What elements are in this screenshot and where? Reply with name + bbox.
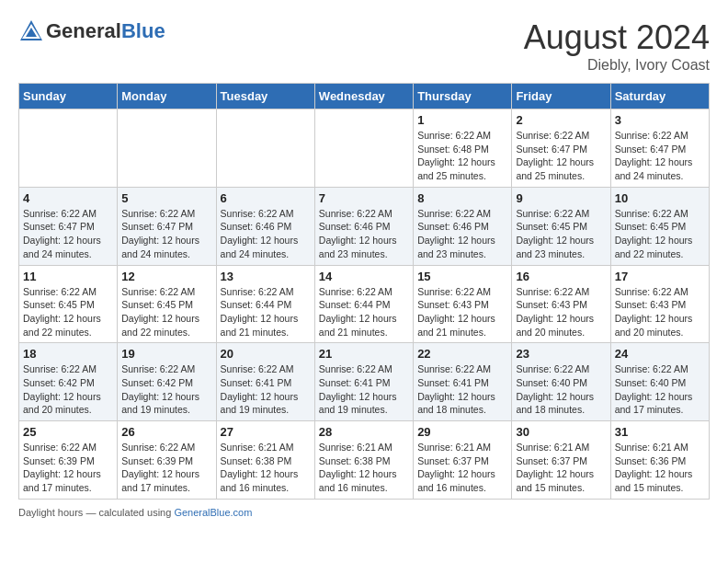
day-info: Sunrise: 6:22 AM Sunset: 6:40 PM Dayligh…: [615, 362, 705, 417]
calendar-day-header: Sunday: [19, 84, 118, 109]
calendar-cell: 21Sunrise: 6:22 AM Sunset: 6:41 PM Dayli…: [314, 343, 413, 421]
calendar-week-row: 25Sunrise: 6:22 AM Sunset: 6:39 PM Dayli…: [19, 421, 710, 500]
day-number: 27: [221, 425, 311, 439]
calendar-cell: 4Sunrise: 6:22 AM Sunset: 6:47 PM Daylig…: [19, 187, 118, 265]
day-info: Sunrise: 6:21 AM Sunset: 6:37 PM Dayligh…: [516, 441, 606, 495]
day-info: Sunrise: 6:22 AM Sunset: 6:41 PM Dayligh…: [319, 362, 409, 417]
day-info: Sunrise: 6:22 AM Sunset: 6:47 PM Dayligh…: [121, 207, 211, 261]
calendar-day-header: Wednesday: [314, 84, 413, 109]
day-number: 7: [319, 191, 409, 205]
day-number: 28: [319, 425, 409, 439]
day-info: Sunrise: 6:22 AM Sunset: 6:39 PM Dayligh…: [121, 441, 211, 495]
calendar-cell: 16Sunrise: 6:22 AM Sunset: 6:43 PM Dayli…: [512, 265, 610, 343]
day-info: Sunrise: 6:22 AM Sunset: 6:46 PM Dayligh…: [319, 207, 409, 261]
calendar-day-header: Saturday: [610, 84, 709, 109]
day-info: Sunrise: 6:22 AM Sunset: 6:42 PM Dayligh…: [23, 362, 113, 417]
calendar-cell: [118, 109, 216, 188]
calendar-cell: 29Sunrise: 6:21 AM Sunset: 6:37 PM Dayli…: [414, 421, 512, 500]
day-number: 4: [23, 191, 113, 205]
calendar-day-header: Monday: [118, 84, 216, 109]
day-info: Sunrise: 6:22 AM Sunset: 6:43 PM Dayligh…: [516, 285, 606, 339]
calendar-cell: 8Sunrise: 6:22 AM Sunset: 6:46 PM Daylig…: [414, 187, 512, 265]
day-info: Sunrise: 6:22 AM Sunset: 6:42 PM Dayligh…: [121, 362, 211, 417]
day-info: Sunrise: 6:22 AM Sunset: 6:43 PM Dayligh…: [615, 285, 705, 339]
day-number: 13: [221, 270, 311, 283]
day-info: Sunrise: 6:22 AM Sunset: 6:47 PM Dayligh…: [23, 207, 113, 261]
logo-blue-text: Blue: [121, 19, 165, 43]
calendar-cell: 26Sunrise: 6:22 AM Sunset: 6:39 PM Dayli…: [118, 421, 216, 500]
day-info: Sunrise: 6:22 AM Sunset: 6:45 PM Dayligh…: [615, 207, 705, 261]
calendar-cell: 25Sunrise: 6:22 AM Sunset: 6:39 PM Dayli…: [19, 421, 118, 500]
calendar-week-row: 18Sunrise: 6:22 AM Sunset: 6:42 PM Dayli…: [19, 343, 710, 421]
day-info: Sunrise: 6:22 AM Sunset: 6:45 PM Dayligh…: [23, 285, 113, 339]
calendar-cell: 7Sunrise: 6:22 AM Sunset: 6:46 PM Daylig…: [314, 187, 413, 265]
day-number: 1: [417, 113, 507, 127]
day-info: Sunrise: 6:22 AM Sunset: 6:47 PM Dayligh…: [615, 129, 705, 183]
calendar-cell: 22Sunrise: 6:22 AM Sunset: 6:41 PM Dayli…: [414, 343, 512, 421]
day-number: 15: [417, 270, 507, 283]
day-info: Sunrise: 6:22 AM Sunset: 6:46 PM Dayligh…: [221, 207, 311, 261]
calendar-cell: 17Sunrise: 6:22 AM Sunset: 6:43 PM Dayli…: [610, 265, 709, 343]
calendar-cell: 28Sunrise: 6:21 AM Sunset: 6:38 PM Dayli…: [314, 421, 413, 500]
calendar-cell: 20Sunrise: 6:22 AM Sunset: 6:41 PM Dayli…: [216, 343, 314, 421]
day-info: Sunrise: 6:22 AM Sunset: 6:48 PM Dayligh…: [417, 129, 507, 183]
logo-general-text: General: [46, 19, 121, 43]
day-info: Sunrise: 6:22 AM Sunset: 6:44 PM Dayligh…: [319, 285, 409, 339]
calendar-header-row: SundayMondayTuesdayWednesdayThursdayFrid…: [19, 84, 710, 109]
calendar-cell: [216, 109, 314, 188]
day-number: 9: [516, 191, 606, 205]
calendar-cell: 11Sunrise: 6:22 AM Sunset: 6:45 PM Dayli…: [19, 265, 118, 343]
daylight-label: Daylight hours: [18, 507, 83, 518]
day-number: 20: [221, 347, 311, 361]
calendar-cell: 1Sunrise: 6:22 AM Sunset: 6:48 PM Daylig…: [414, 109, 512, 188]
logo-icon: [18, 18, 44, 44]
day-info: Sunrise: 6:21 AM Sunset: 6:38 PM Dayligh…: [319, 441, 409, 495]
day-info: Sunrise: 6:22 AM Sunset: 6:40 PM Dayligh…: [516, 362, 606, 417]
calendar-cell: 13Sunrise: 6:22 AM Sunset: 6:44 PM Dayli…: [216, 265, 314, 343]
day-info: Sunrise: 6:22 AM Sunset: 6:39 PM Dayligh…: [23, 441, 113, 495]
day-number: 18: [23, 347, 113, 361]
calendar-cell: 30Sunrise: 6:21 AM Sunset: 6:37 PM Dayli…: [512, 421, 610, 500]
day-number: 23: [516, 347, 606, 361]
website-link[interactable]: GeneralBlue.com: [174, 507, 252, 518]
calendar-cell: 10Sunrise: 6:22 AM Sunset: 6:45 PM Dayli…: [610, 187, 709, 265]
calendar-cell: 3Sunrise: 6:22 AM Sunset: 6:47 PM Daylig…: [610, 109, 709, 188]
day-info: Sunrise: 6:22 AM Sunset: 6:46 PM Dayligh…: [417, 207, 507, 261]
day-info: Sunrise: 6:22 AM Sunset: 6:41 PM Dayligh…: [417, 362, 507, 417]
calendar-cell: 19Sunrise: 6:22 AM Sunset: 6:42 PM Dayli…: [118, 343, 216, 421]
logo: GeneralBlue: [18, 18, 165, 44]
calendar-cell: 24Sunrise: 6:22 AM Sunset: 6:40 PM Dayli…: [610, 343, 709, 421]
day-number: 30: [516, 425, 606, 439]
day-number: 26: [121, 425, 211, 439]
day-info: Sunrise: 6:22 AM Sunset: 6:45 PM Dayligh…: [121, 285, 211, 339]
calendar-cell: 2Sunrise: 6:22 AM Sunset: 6:47 PM Daylig…: [512, 109, 610, 188]
day-number: 8: [417, 191, 507, 205]
day-number: 21: [319, 347, 409, 361]
day-number: 11: [23, 270, 113, 283]
day-info: Sunrise: 6:22 AM Sunset: 6:41 PM Dayligh…: [221, 362, 311, 417]
day-info: Sunrise: 6:22 AM Sunset: 6:43 PM Dayligh…: [417, 285, 507, 339]
location-subtitle: Diebly, Ivory Coast: [524, 57, 710, 74]
day-number: 5: [121, 191, 211, 205]
calendar-week-row: 4Sunrise: 6:22 AM Sunset: 6:47 PM Daylig…: [19, 187, 710, 265]
calendar-cell: 12Sunrise: 6:22 AM Sunset: 6:45 PM Dayli…: [118, 265, 216, 343]
day-number: 6: [221, 191, 311, 205]
day-info: Sunrise: 6:22 AM Sunset: 6:45 PM Dayligh…: [516, 207, 606, 261]
day-number: 10: [615, 191, 705, 205]
day-number: 29: [417, 425, 507, 439]
calendar-cell: [19, 109, 118, 188]
calendar-cell: 31Sunrise: 6:21 AM Sunset: 6:36 PM Dayli…: [610, 421, 709, 500]
footer-note: Daylight hours — calculated using Genera…: [18, 507, 710, 518]
day-number: 17: [615, 270, 705, 283]
calendar-week-row: 11Sunrise: 6:22 AM Sunset: 6:45 PM Dayli…: [19, 265, 710, 343]
day-number: 12: [121, 270, 211, 283]
calendar-cell: 18Sunrise: 6:22 AM Sunset: 6:42 PM Dayli…: [19, 343, 118, 421]
day-number: 2: [516, 113, 606, 127]
day-number: 22: [417, 347, 507, 361]
day-info: Sunrise: 6:22 AM Sunset: 6:44 PM Dayligh…: [221, 285, 311, 339]
calendar-day-header: Thursday: [414, 84, 512, 109]
calendar-cell: 27Sunrise: 6:21 AM Sunset: 6:38 PM Dayli…: [216, 421, 314, 500]
calendar-week-row: 1Sunrise: 6:22 AM Sunset: 6:48 PM Daylig…: [19, 109, 710, 188]
month-year-title: August 2024: [524, 18, 710, 57]
calendar-day-header: Friday: [512, 84, 610, 109]
